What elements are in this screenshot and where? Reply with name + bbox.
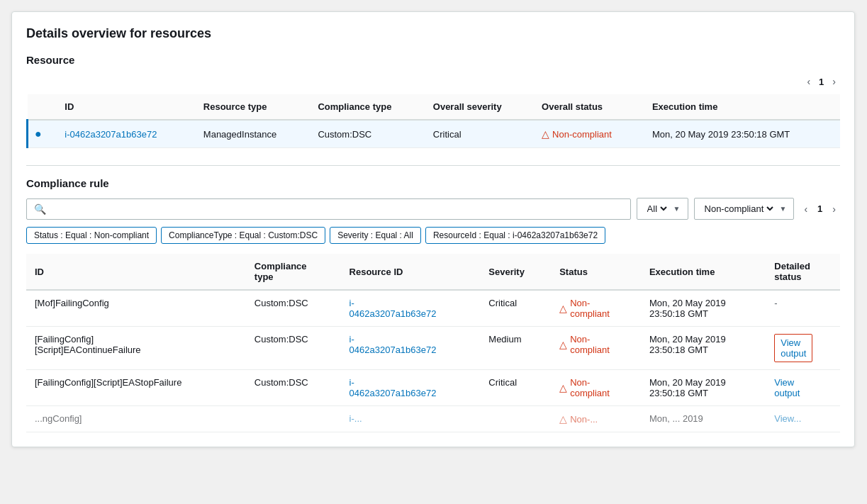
resource-id-link[interactable]: i-0462a3207a1b63e72 bbox=[65, 129, 157, 140]
col-rule-status: Status bbox=[551, 254, 641, 290]
rule-id: [Mof]FailingConfig bbox=[26, 290, 246, 327]
status-filter-dropdown[interactable]: Non-compliant Compliant ▼ bbox=[694, 198, 795, 220]
row-overall-severity: Critical bbox=[425, 120, 533, 148]
rule-status: △ Non-compliant bbox=[551, 327, 641, 370]
rule-execution-time: Mon, 20 May 201923:50:18 GMT bbox=[641, 290, 766, 327]
rule-status-truncated: △ Non-... bbox=[551, 406, 641, 432]
rule-resource-id: i-0462a3207a1b63e72 bbox=[341, 327, 481, 370]
view-output-link[interactable]: View... bbox=[774, 413, 801, 424]
col-rule-execution-time: Execution time bbox=[641, 254, 766, 290]
compliance-next-page-button[interactable]: › bbox=[828, 202, 840, 216]
col-rule-severity: Severity bbox=[480, 254, 551, 290]
table-row: ...ngConfig] i-... △ Non-... Mon, ... 20… bbox=[26, 406, 840, 432]
rule-detailed-status-view-output[interactable]: Viewoutput bbox=[766, 327, 840, 370]
col-rule-id: ID bbox=[26, 254, 246, 290]
main-panel: Details overview for resources Resource … bbox=[11, 11, 855, 447]
rule-execution-time-truncated: Mon, ... 2019 bbox=[641, 406, 766, 432]
all-filter-select[interactable]: All bbox=[644, 203, 669, 215]
table-row: [Mof]FailingConfig Custom:DSC i-0462a320… bbox=[26, 290, 840, 327]
resource-section-title: Resource bbox=[26, 54, 840, 66]
compliance-section-title: Compliance rule bbox=[26, 177, 840, 189]
rule-detailed-status-truncated[interactable]: View... bbox=[766, 406, 840, 432]
rule-severity: Medium bbox=[480, 327, 551, 370]
col-resource-type: Resource type bbox=[195, 94, 310, 120]
radio-selected-icon: ● bbox=[35, 128, 42, 140]
dropdown-arrow-icon: ▼ bbox=[673, 205, 681, 213]
search-wrapper[interactable]: 🔍 bbox=[26, 198, 631, 220]
filter-tag-compliance-type[interactable]: ComplianceType : Equal : Custom:DSC bbox=[161, 227, 325, 244]
status-text: Non-compliant bbox=[552, 129, 612, 140]
col-rule-compliance-type: Compliancetype bbox=[246, 254, 341, 290]
row-resource-type: ManagedInstance bbox=[195, 120, 310, 148]
col-overall-severity: Overall severity bbox=[425, 94, 533, 120]
search-input[interactable] bbox=[50, 203, 623, 214]
resource-prev-page-button[interactable]: ‹ bbox=[802, 74, 815, 89]
resource-table: ID Resource type Compliance type Overall… bbox=[26, 94, 840, 148]
rule-execution-time: Mon, 20 May 201923:50:18 GMT bbox=[641, 327, 766, 370]
warning-icon: △ bbox=[542, 128, 549, 140]
warning-icon: △ bbox=[559, 382, 567, 393]
rule-id-truncated: ...ngConfig] bbox=[26, 406, 246, 432]
row-compliance-type: Custom:DSC bbox=[309, 120, 424, 148]
rule-severity: Critical bbox=[480, 290, 551, 327]
section-divider bbox=[26, 165, 840, 166]
no-output-dash: - bbox=[774, 298, 777, 308]
resource-section: Resource ‹ 1 › ID Resource type Complian… bbox=[26, 54, 840, 148]
col-rule-resource-id: Resource ID bbox=[341, 254, 481, 290]
filter-tag-resource-id[interactable]: ResourceId : Equal : i-0462a3207a1b63e72 bbox=[425, 227, 605, 244]
rule-severity: Critical bbox=[480, 370, 551, 406]
rule-severity-truncated bbox=[480, 406, 551, 432]
rule-status: △ Non-compliant bbox=[551, 290, 641, 327]
table-row: [FailingConfig][Script]EAContinueFailure… bbox=[26, 327, 840, 370]
status-text: Non-compliant bbox=[570, 334, 610, 355]
rule-detailed-status-view-output2[interactable]: Viewoutput bbox=[766, 370, 840, 406]
rule-compliance-type-truncated bbox=[246, 406, 341, 432]
resource-pagination: ‹ 1 › bbox=[26, 74, 840, 89]
resource-id-link[interactable]: i-0462a3207a1b63e72 bbox=[349, 298, 437, 319]
filter-bar: 🔍 All ▼ Non-compliant Compliant ▼ ‹ 1 › bbox=[26, 198, 840, 220]
filter-tags-container: Status : Equal : Non-compliant Complianc… bbox=[26, 227, 840, 244]
col-rule-detailed-status: Detailedstatus bbox=[766, 254, 840, 290]
row-execution-time: Mon, 20 May 2019 23:50:18 GMT bbox=[644, 120, 840, 148]
rule-id: [FailingConfig][Script]EAContinueFailure bbox=[26, 327, 246, 370]
status-text: Non-... bbox=[570, 414, 598, 425]
resource-page-number: 1 bbox=[819, 77, 824, 87]
table-row: [FailingConfig][Script]EAStopFailure Cus… bbox=[26, 370, 840, 406]
compliance-section: Compliance rule 🔍 All ▼ Non-compliant Co… bbox=[26, 177, 840, 432]
col-execution-time: Execution time bbox=[644, 94, 840, 120]
filter-tag-severity[interactable]: Severity : Equal : All bbox=[330, 227, 421, 244]
resource-id-link[interactable]: i-0462a3207a1b63e72 bbox=[349, 377, 437, 398]
view-output-link[interactable]: Viewoutput bbox=[774, 377, 800, 398]
compliance-table: ID Compliancetype Resource ID Severity S… bbox=[26, 254, 840, 432]
rule-id: [FailingConfig][Script]EAStopFailure bbox=[26, 370, 246, 406]
all-filter-dropdown[interactable]: All ▼ bbox=[637, 198, 688, 220]
resource-next-page-button[interactable]: › bbox=[828, 74, 840, 89]
row-id: i-0462a3207a1b63e72 bbox=[56, 120, 195, 148]
rule-resource-id: i-0462a3207a1b63e72 bbox=[341, 370, 481, 406]
row-overall-status: △ Non-compliant bbox=[533, 120, 644, 148]
search-icon: 🔍 bbox=[34, 203, 46, 215]
warning-icon: △ bbox=[559, 303, 567, 314]
col-compliance-type: Compliance type bbox=[309, 94, 424, 120]
row-radio: ● bbox=[28, 120, 57, 148]
status-filter-select[interactable]: Non-compliant Compliant bbox=[702, 203, 776, 215]
status-text: Non-compliant bbox=[570, 298, 610, 319]
resource-id-link[interactable]: i-... bbox=[349, 413, 362, 424]
warning-icon: △ bbox=[559, 339, 567, 350]
resource-id-link[interactable]: i-0462a3207a1b63e72 bbox=[349, 334, 437, 355]
rule-detailed-status: - bbox=[766, 290, 840, 327]
rule-compliance-type: Custom:DSC bbox=[246, 370, 341, 406]
filter-tag-status[interactable]: Status : Equal : Non-compliant bbox=[26, 227, 157, 244]
compliance-page-number: 1 bbox=[817, 203, 822, 214]
col-radio bbox=[28, 94, 57, 120]
view-output-highlighted-link[interactable]: Viewoutput bbox=[774, 334, 812, 362]
status-text: Non-compliant bbox=[570, 377, 610, 398]
col-overall-status: Overall status bbox=[533, 94, 644, 120]
table-row[interactable]: ● i-0462a3207a1b63e72 ManagedInstance Cu… bbox=[28, 120, 841, 148]
compliance-prev-page-button[interactable]: ‹ bbox=[800, 202, 812, 216]
dropdown-arrow-icon2: ▼ bbox=[780, 205, 787, 213]
rule-resource-id-truncated: i-... bbox=[341, 406, 481, 432]
panel-title: Details overview for resources bbox=[26, 26, 840, 41]
col-id: ID bbox=[56, 94, 195, 120]
rule-execution-time: Mon, 20 May 201923:50:18 GMT bbox=[641, 370, 766, 406]
